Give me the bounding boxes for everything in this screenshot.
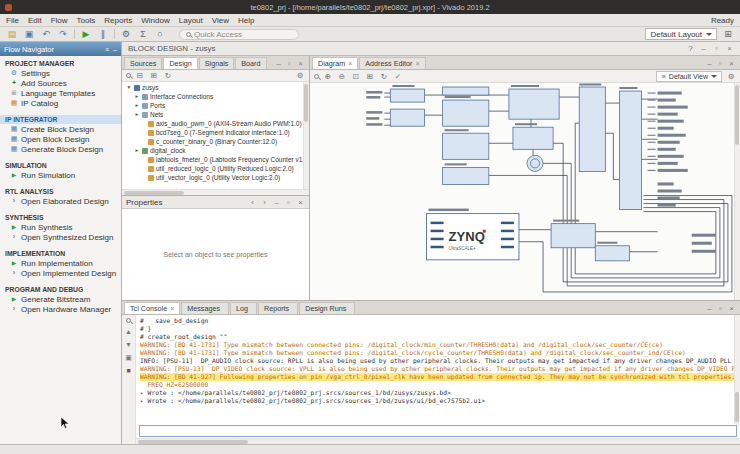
float-icon[interactable]: ▫ — [712, 44, 721, 53]
expand-icon[interactable]: ⊞ — [365, 72, 375, 81]
flow-navigator-row[interactable]: IP INTEGRATOR — [0, 115, 121, 124]
run-icon[interactable]: ▶ — [80, 28, 92, 40]
flow-navigator-row[interactable]: PROJECT MANAGER — [0, 59, 121, 68]
flow-navigator-row[interactable]: PROGRAM AND DEBUG — [0, 285, 121, 294]
tree-expander-icon[interactable] — [134, 110, 140, 119]
float-icon[interactable]: ▫ — [716, 304, 725, 313]
vertical-scrollbar[interactable] — [734, 315, 740, 424]
tree-item[interactable]: util_vector_logic_0 (Utility Vector Logi… — [122, 173, 309, 182]
flow-navigator-row[interactable]: Create Block Design — [0, 124, 121, 134]
tree-item[interactable]: c_counter_binary_0 (Binary Counter:12.0) — [122, 137, 309, 146]
flow-navigator-row[interactable]: Generate Bitstream — [0, 294, 121, 304]
menu-item[interactable]: Tools — [77, 16, 96, 25]
flow-navigator-row[interactable]: Open Hardware Manager — [0, 304, 121, 314]
sources-tab[interactable]: Sources — [124, 57, 162, 69]
zoom-out-icon[interactable]: ⊖ — [337, 72, 347, 81]
tree-expander-icon[interactable] — [126, 83, 132, 92]
save-icon[interactable]: ▣ — [23, 28, 35, 40]
tree-item[interactable]: Ports — [122, 101, 309, 110]
flow-navigator-row[interactable]: SIMULATION — [0, 161, 121, 170]
report-icon[interactable]: Σ — [137, 28, 149, 40]
flow-navigator-row[interactable]: Run Synthesis — [0, 222, 121, 232]
flow-navigator-row[interactable]: Language Templates — [0, 88, 121, 98]
sources-tab[interactable]: Design — [163, 57, 197, 69]
view-dropdown[interactable]: ≡ Default View — [656, 71, 722, 82]
copy-icon[interactable]: ▣ — [125, 353, 132, 362]
ip-block[interactable] — [579, 87, 605, 171]
ip-block[interactable] — [513, 127, 553, 149]
flow-navigator-row[interactable]: Open Block Design — [0, 134, 121, 144]
flow-navigator-row[interactable]: Settings — [0, 68, 121, 78]
tree-item[interactable]: labtools_fmeter_0 (Labtools Frequency Co… — [122, 155, 309, 164]
ip-block[interactable] — [390, 109, 424, 126]
ip-block[interactable] — [619, 91, 641, 210]
layout-dropdown[interactable]: Default Layout — [645, 28, 717, 40]
menu-item[interactable]: File — [6, 16, 19, 25]
flow-navigator-row[interactable]: Open Elaborated Design — [0, 196, 121, 206]
refresh-icon[interactable]: ↻ — [163, 71, 173, 80]
ip-block[interactable] — [443, 100, 489, 126]
close-icon[interactable]: × — [296, 59, 305, 68]
sources-tab[interactable]: Board — [235, 57, 266, 69]
tab-close-icon[interactable] — [415, 59, 419, 68]
search-icon[interactable] — [314, 74, 319, 79]
regenerate-layout-icon[interactable]: ↻ — [379, 72, 389, 81]
horizontal-scrollbar[interactable] — [122, 189, 309, 195]
menu-item[interactable]: Help — [238, 16, 254, 25]
tree-expander-icon[interactable] — [134, 146, 140, 155]
ip-block[interactable] — [443, 167, 489, 184]
tree-expander-icon[interactable] — [134, 101, 140, 110]
diagram-tab[interactable]: Diagram — [312, 57, 358, 69]
close-icon[interactable]: × — [727, 304, 736, 313]
tree-item[interactable]: Interface Connections — [122, 92, 309, 101]
flow-navigator-row[interactable]: RTL ANALYSIS — [0, 187, 121, 196]
flow-navigator-row[interactable]: Open Synthesized Design — [0, 232, 121, 242]
console-tab[interactable]: Log — [230, 302, 257, 314]
settings-gear-icon[interactable]: ⚙ — [726, 72, 736, 81]
close-icon[interactable]: × — [296, 198, 305, 207]
clock-icon[interactable]: ○ — [154, 28, 166, 40]
console-tab[interactable]: Tcl Console — [124, 302, 180, 314]
undo-icon[interactable]: ↶ — [40, 28, 52, 40]
open-project-icon[interactable]: ▤ — [6, 28, 18, 40]
tree-item[interactable]: util_reduced_logic_0 (Utility Reduced Lo… — [122, 164, 309, 173]
float-icon[interactable]: ▫ — [716, 59, 725, 68]
tree-item[interactable]: zusys — [122, 83, 309, 92]
minimize-icon[interactable]: – — [699, 44, 708, 53]
console-tab[interactable]: Messages — [181, 302, 229, 314]
flow-navigator-menu-icon[interactable]: ≡ — [105, 46, 109, 53]
float-icon[interactable]: ▫ — [284, 198, 293, 207]
search-icon[interactable] — [126, 73, 131, 78]
vertical-scrollbar[interactable] — [303, 82, 309, 189]
ip-block[interactable] — [509, 89, 559, 119]
float-icon[interactable]: ▫ — [285, 59, 294, 68]
settings-gear-icon[interactable]: ⚙ — [295, 71, 305, 80]
scroll-up-icon[interactable]: ▲ — [125, 327, 132, 336]
tree-expander-icon[interactable] — [134, 92, 140, 101]
zoom-fit-icon[interactable]: ⊡ — [351, 72, 361, 81]
quick-access-search[interactable]: Quick Access — [179, 29, 299, 40]
flow-navigator-row[interactable]: Run Simulation — [0, 170, 121, 180]
collapse-all-icon[interactable]: ⊟ — [135, 71, 145, 80]
settings-gear-icon[interactable]: ⚙ — [120, 28, 132, 40]
flow-navigator-collapse-icon[interactable]: – — [113, 46, 117, 53]
close-icon[interactable]: × — [725, 44, 734, 53]
expand-all-icon[interactable]: ⊞ — [149, 71, 159, 80]
tree-item[interactable]: Nets — [122, 110, 309, 119]
flow-navigator-row[interactable]: SYNTHESIS — [0, 213, 121, 222]
menu-item[interactable]: View — [212, 16, 229, 25]
ip-block[interactable] — [390, 89, 424, 102]
minimize-icon[interactable]: – — [274, 59, 283, 68]
help-icon[interactable]: ? — [686, 44, 695, 53]
console-tab[interactable]: Reports — [258, 302, 298, 314]
redo-icon[interactable]: ↷ — [57, 28, 69, 40]
tab-close-icon[interactable] — [170, 304, 174, 313]
flow-navigator-row[interactable]: Open Implemented Design — [0, 268, 121, 278]
tree-item[interactable]: digital_clock — [122, 146, 309, 155]
back-icon[interactable]: ‹ — [248, 198, 257, 207]
horizontal-scrollbar[interactable] — [136, 438, 740, 444]
sources-tab[interactable]: Signals — [199, 57, 235, 69]
flow-navigator-row[interactable]: IMPLEMENTATION — [0, 249, 121, 258]
block-diagram[interactable]: ZYNQ UltraSCALE+ — [310, 83, 740, 300]
ip-block[interactable] — [595, 246, 629, 261]
